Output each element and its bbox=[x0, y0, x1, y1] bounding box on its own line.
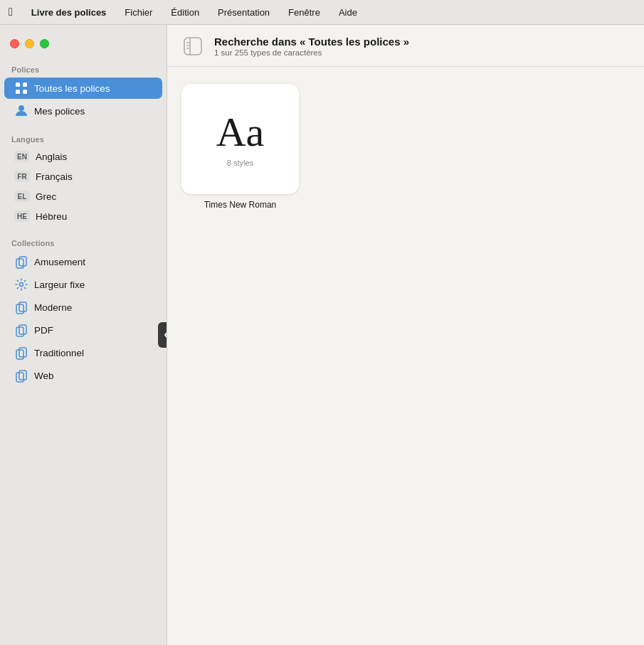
svg-rect-8 bbox=[19, 302, 26, 311]
minimize-button[interactable] bbox=[25, 39, 34, 48]
copy-icon-moderne bbox=[14, 300, 28, 314]
sidebar-toggle-icon[interactable] bbox=[181, 35, 204, 58]
copy-icon-amusement bbox=[14, 255, 28, 269]
lang-he-icon: HE bbox=[14, 210, 30, 222]
traffic-lights bbox=[0, 33, 167, 60]
svg-rect-3 bbox=[23, 90, 27, 94]
font-card-times-new-roman[interactable]: Aa 8 styles Times New Roman bbox=[181, 84, 299, 210]
sidebar-item-grec[interactable]: EL Grec bbox=[4, 187, 162, 206]
grid-icon bbox=[14, 81, 28, 95]
copy-icon-pdf bbox=[14, 323, 28, 337]
svg-rect-0 bbox=[16, 82, 20, 87]
lang-fr-icon: FR bbox=[14, 171, 30, 182]
header-title: Recherche dans « Toutes les polices » bbox=[214, 36, 409, 48]
sidebar-item-amusement[interactable]: Amusement bbox=[4, 251, 162, 272]
header-text: Recherche dans « Toutes les polices » 1 … bbox=[214, 36, 409, 57]
menubar-presentation[interactable]: Présentation bbox=[215, 6, 273, 19]
sidebar-item-francais[interactable]: FR Français bbox=[4, 167, 162, 186]
font-preview-text: Aa bbox=[216, 112, 265, 153]
menubar-aide[interactable]: Aide bbox=[336, 6, 360, 19]
svg-rect-12 bbox=[19, 348, 26, 357]
sidebar-item-mes-polices[interactable]: Mes polices bbox=[4, 100, 162, 122]
menubar-fenetre[interactable]: Fenêtre bbox=[285, 6, 323, 19]
sidebar-item-traditionnel[interactable]: Traditionnel bbox=[4, 342, 162, 363]
sidebar-traditionnel-label: Traditionnel bbox=[34, 348, 84, 358]
svg-point-7 bbox=[20, 283, 23, 287]
sidebar-item-hebreu[interactable]: HE Hébreu bbox=[4, 207, 162, 225]
sidebar-web-label: Web bbox=[34, 371, 54, 381]
sidebar-grec-label: Grec bbox=[36, 191, 56, 202]
sidebar-hebreu-label: Hébreu bbox=[36, 211, 67, 222]
sidebar-largeur-fixe-label: Largeur fixe bbox=[34, 279, 85, 290]
sidebar-toutes-label: Toutes les polices bbox=[34, 83, 110, 94]
sidebar-amusement-label: Amusement bbox=[34, 257, 85, 267]
gear-icon-largeur bbox=[14, 277, 28, 292]
svg-rect-6 bbox=[16, 259, 23, 268]
svg-rect-10 bbox=[19, 325, 26, 334]
sidebar-item-toutes-les-polices[interactable]: Toutes les polices bbox=[4, 78, 162, 99]
svg-rect-15 bbox=[16, 373, 23, 382]
sidebar: Polices Toutes les polices Mes bbox=[0, 25, 167, 645]
main-area: Recherche dans « Toutes les polices » 1 … bbox=[167, 25, 644, 645]
person-icon bbox=[14, 104, 28, 118]
close-button[interactable] bbox=[10, 39, 19, 48]
polices-section-label: Polices bbox=[0, 60, 167, 77]
svg-point-4 bbox=[19, 105, 24, 111]
fullscreen-button[interactable] bbox=[40, 39, 49, 48]
main-header: Recherche dans « Toutes les polices » 1 … bbox=[167, 25, 644, 67]
svg-rect-5 bbox=[19, 257, 26, 266]
lang-el-icon: EL bbox=[14, 191, 30, 202]
langues-section-label: Langues bbox=[0, 129, 167, 146]
sidebar-item-web[interactable]: Web bbox=[4, 365, 162, 386]
header-subtitle: 1 sur 255 types de caractères bbox=[214, 48, 409, 57]
menubar-edition[interactable]: Édition bbox=[168, 6, 202, 19]
svg-rect-2 bbox=[16, 90, 20, 94]
sidebar-collapse-button[interactable] bbox=[158, 322, 167, 348]
copy-icon-web bbox=[14, 368, 28, 383]
app-body: Polices Toutes les polices Mes bbox=[0, 25, 644, 645]
menubar:  Livre des polices Fichier Édition Prés… bbox=[0, 0, 644, 25]
sidebar-item-moderne[interactable]: Moderne bbox=[4, 297, 162, 318]
font-styles-count: 8 styles bbox=[227, 159, 253, 167]
svg-rect-16 bbox=[184, 38, 201, 55]
sidebar-pdf-label: PDF bbox=[34, 325, 53, 336]
sidebar-item-pdf[interactable]: PDF bbox=[4, 319, 162, 341]
sidebar-moderne-label: Moderne bbox=[34, 302, 72, 313]
lang-en-icon: EN bbox=[14, 151, 30, 162]
svg-rect-9 bbox=[16, 304, 23, 314]
svg-rect-1 bbox=[23, 82, 27, 87]
sidebar-francais-label: Français bbox=[36, 171, 73, 182]
sidebar-item-anglais[interactable]: EN Anglais bbox=[4, 147, 162, 166]
font-name: Times New Roman bbox=[204, 200, 277, 210]
apple-menu[interactable]:  bbox=[9, 6, 13, 18]
sidebar-item-largeur-fixe[interactable]: Largeur fixe bbox=[4, 274, 162, 295]
menubar-app-name[interactable]: Livre des polices bbox=[28, 6, 110, 19]
font-grid: Aa 8 styles Times New Roman bbox=[167, 67, 644, 645]
svg-rect-13 bbox=[16, 350, 23, 359]
collections-section-label: Collections bbox=[0, 233, 167, 250]
menubar-fichier[interactable]: Fichier bbox=[122, 6, 155, 19]
svg-rect-14 bbox=[19, 371, 26, 380]
sidebar-mes-label: Mes polices bbox=[34, 106, 85, 117]
svg-rect-11 bbox=[16, 327, 23, 336]
font-card-preview: Aa 8 styles bbox=[181, 84, 299, 194]
copy-icon-traditionnel bbox=[14, 346, 28, 360]
sidebar-anglais-label: Anglais bbox=[36, 151, 67, 162]
